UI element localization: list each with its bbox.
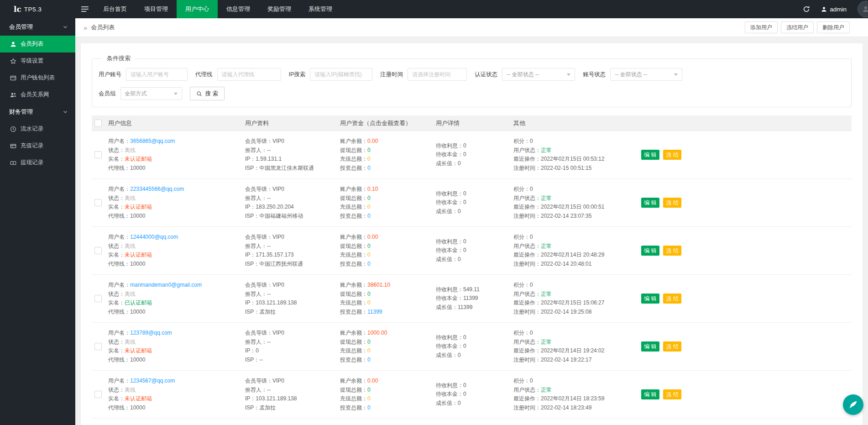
edit-button[interactable]: 编 辑 <box>641 198 659 208</box>
withdraw-total-link[interactable]: 0 <box>367 291 371 297</box>
freeze-button[interactable]: 冻 结 <box>663 198 681 208</box>
realname-value: 已认证邮箱 <box>125 299 152 306</box>
ip-search-input[interactable] <box>310 68 372 81</box>
online-status: 离线 <box>125 243 136 249</box>
admin-label: admin <box>830 6 847 13</box>
username-link[interactable]: 123789@qq.com <box>130 330 172 336</box>
row-checkbox[interactable] <box>94 343 102 350</box>
card: 条件搜索 用户账号 代理线 IP搜索 注册时间 <box>81 43 863 425</box>
withdraw-total-link[interactable]: 0 <box>367 195 371 201</box>
sidebar-item-withdraw-records[interactable]: 提现记录 <box>0 154 75 171</box>
username-link[interactable]: 1234567@qq.com <box>130 378 175 384</box>
freeze-user-button[interactable]: 冻结用户 <box>781 21 814 33</box>
row-checkbox[interactable] <box>94 247 102 254</box>
row-checkbox[interactable] <box>94 391 102 398</box>
invest-total-link[interactable]: 0 <box>367 213 371 219</box>
freeze-button[interactable]: 冻 结 <box>663 150 681 160</box>
user-account-input[interactable] <box>126 68 188 81</box>
field-label: 提现总额： <box>340 387 367 393</box>
recharge-total-link[interactable]: 0 <box>367 299 371 306</box>
avatar[interactable] <box>858 1 868 17</box>
freeze-button[interactable]: 冻 结 <box>663 341 681 352</box>
nav-item-projects[interactable]: 项目管理 <box>136 0 177 18</box>
freeze-button[interactable]: 冻 结 <box>663 389 681 399</box>
sidebar-item-member-list[interactable]: 会员列表 <box>0 36 75 52</box>
nav-item-information[interactable]: 信息管理 <box>218 0 259 18</box>
username-link[interactable]: 2233445566@qq.com <box>130 186 184 192</box>
username-link[interactable]: 12444000@qq.com <box>130 234 178 240</box>
edit-button[interactable]: 编 辑 <box>641 341 659 352</box>
withdraw-total-link[interactable]: 0 <box>367 339 371 345</box>
field-label: 用户名： <box>108 138 130 144</box>
sidebar-item-level-settings[interactable]: 等级设置 <box>0 52 75 69</box>
growth-value: 0 <box>458 208 461 215</box>
recharge-total-link[interactable]: 0 <box>367 204 371 210</box>
freeze-button[interactable]: 冻 结 <box>663 246 681 256</box>
username-link[interactable]: manmandeman0@gmail.com <box>130 282 202 288</box>
field-label: IP： <box>245 252 256 258</box>
auth-status-select[interactable]: -- 全部状态 -- <box>502 68 575 81</box>
field-label: 用户状态： <box>513 387 541 393</box>
recharge-total-link[interactable]: 0 <box>367 347 371 354</box>
row-checkbox[interactable] <box>94 295 102 302</box>
sidebar-item-recharge-records[interactable]: 充值记录 <box>0 137 75 154</box>
withdraw-total-link[interactable]: 0 <box>367 243 371 249</box>
delete-user-button[interactable]: 删除用户 <box>817 21 850 33</box>
invest-total-link[interactable]: 0 <box>367 404 371 411</box>
field-label: 最近操作： <box>513 252 541 258</box>
withdraw-total-link[interactable]: 0 <box>367 387 371 393</box>
edit-button[interactable]: 编 辑 <box>641 389 659 399</box>
field-label: 用户状态： <box>513 243 541 249</box>
sidebar-group-member-management[interactable]: 会员管理 <box>0 18 75 36</box>
balance-link[interactable]: 1000.00 <box>367 330 387 336</box>
invest-total-link[interactable]: 11399 <box>367 309 382 315</box>
username-link[interactable]: 3656865@qq.com <box>130 138 175 144</box>
nav-item-user-center[interactable]: 用户中心 <box>177 0 218 18</box>
freeze-button[interactable]: 冻 结 <box>663 294 681 304</box>
edit-button[interactable]: 编 辑 <box>641 294 659 304</box>
edit-button[interactable]: 编 辑 <box>641 246 659 256</box>
refresh-icon[interactable] <box>803 5 810 13</box>
menu-toggle-icon[interactable] <box>75 0 94 18</box>
isp-value: 孟加拉 <box>259 404 276 411</box>
search-button[interactable]: 搜 索 <box>190 87 225 100</box>
reg-time-value: 2022-02-15 00:51:15 <box>541 165 591 171</box>
top-navigation: 后台首页 项目管理 用户中心 信息管理 奖励管理 系统管理 <box>94 0 341 18</box>
balance-link[interactable]: 0.10 <box>367 186 378 192</box>
user-icon <box>10 41 16 47</box>
balance-link[interactable]: 0.00 <box>367 138 378 144</box>
theme-fab-button[interactable] <box>843 394 863 415</box>
recharge-total-link[interactable]: 0 <box>367 156 371 162</box>
add-user-button[interactable]: 添加用户 <box>745 21 778 33</box>
balance-link[interactable]: 38601.10 <box>367 282 390 288</box>
row-checkbox[interactable] <box>94 151 102 158</box>
invest-total-link[interactable]: 0 <box>367 357 371 363</box>
row-checkbox[interactable] <box>94 199 102 206</box>
account-status-select[interactable]: -- 全部状态 -- <box>610 68 682 81</box>
level-value: VIP0 <box>272 138 284 144</box>
edit-button[interactable]: 编 辑 <box>641 150 659 160</box>
nav-item-system[interactable]: 系统管理 <box>300 0 341 18</box>
recharge-total-link[interactable]: 0 <box>367 395 371 402</box>
select-all-checkbox[interactable] <box>94 120 102 127</box>
member-group-select[interactable]: 全部方式 <box>120 87 182 100</box>
register-time-input[interactable] <box>408 68 467 81</box>
invest-total-link[interactable]: 0 <box>367 261 371 267</box>
admin-menu[interactable]: admin <box>821 6 847 13</box>
withdraw-total-link[interactable]: 0 <box>367 147 371 153</box>
table-row: 用户名：3656865@qq.com 状态：离线 实名：未认证邮箱 代理线：10… <box>92 131 852 179</box>
recharge-total-link[interactable]: 0 <box>367 252 371 258</box>
field-label: 实名： <box>108 252 125 258</box>
sidebar-item-flow-records[interactable]: 流水记录 <box>0 121 75 137</box>
nav-item-rewards[interactable]: 奖励管理 <box>259 0 300 18</box>
nav-item-dashboard[interactable]: 后台首页 <box>94 0 136 18</box>
balance-link[interactable]: 0.00 <box>367 234 378 240</box>
agent-line-input[interactable] <box>217 68 281 81</box>
invest-total-link[interactable]: 0 <box>367 165 371 171</box>
interest-value: 0 <box>463 382 466 388</box>
field-label: 状态： <box>108 195 125 201</box>
sidebar-item-member-network[interactable]: 会员关系网 <box>0 86 75 103</box>
sidebar-item-user-wallet-list[interactable]: 用户钱包列表 <box>0 69 75 86</box>
balance-link[interactable]: 0.00 <box>367 378 378 384</box>
sidebar-group-finance-management[interactable]: 财务管理 <box>0 103 75 121</box>
